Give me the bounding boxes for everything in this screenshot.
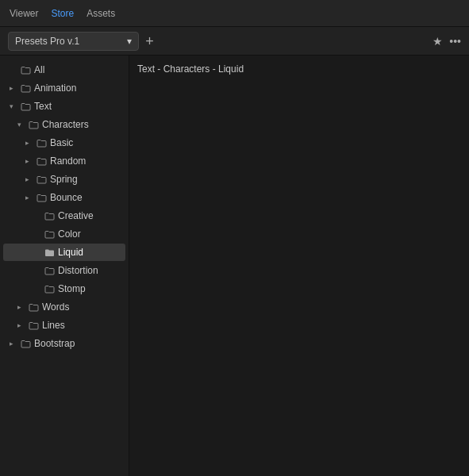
star-button[interactable]: ★ [432,35,443,48]
chevron-down-icon: ▾ [127,36,132,47]
sidebar-item-lines[interactable]: ▸Lines [3,317,125,334]
sidebar-item-bootstrap[interactable]: ▸Bootstrap [3,335,125,352]
more-options-button[interactable]: ••• [449,35,461,48]
folder-icon [44,212,55,221]
tab-assets[interactable]: Assets [86,5,115,22]
sidebar: All▸Animation▾Text▾Characters▸Basic▸Rand… [0,56,129,476]
folder-icon [44,248,55,257]
sidebar-label: Creative [58,210,94,221]
sidebar-item-random[interactable]: ▸Random [3,152,125,170]
chevron-icon: ▸ [17,303,25,311]
sidebar-label: Animation [34,83,76,94]
sidebar-label: All [34,64,44,75]
sidebar-label: Text [34,101,52,112]
main-layout: All▸Animation▾Text▾Characters▸Basic▸Rand… [0,56,469,476]
sidebar-item-creative[interactable]: Creative [3,207,125,225]
chevron-icon: ▸ [25,157,33,165]
sidebar-label: Color [58,228,81,240]
top-bar: Viewer Store Assets [0,0,469,27]
sidebar-item-text[interactable]: ▾Text [3,98,125,115]
sidebar-item-spring[interactable]: ▸Spring [3,171,125,188]
chevron-icon: ▸ [25,194,33,202]
sidebar-label: Bootstrap [34,338,75,349]
sidebar-label: Liquid [58,247,83,258]
chevron-icon: ▾ [17,121,25,129]
chevron-icon: ▸ [10,340,17,347]
folder-icon [29,321,39,330]
tab-viewer[interactable]: Viewer [10,5,38,22]
folder-icon [21,340,31,348]
folder-icon [44,267,55,275]
folder-icon [29,121,39,129]
folder-icon [29,303,39,312]
sidebar-item-all[interactable]: All [3,61,125,79]
chevron-icon: ▾ [10,102,17,110]
chevron-icon: ▸ [25,175,33,183]
sidebar-item-bounce[interactable]: ▸Bounce [3,189,125,206]
sidebar-label: Spring [50,174,78,185]
folder-icon [21,66,31,75]
sidebar-label: Bounce [50,192,83,203]
preset-bar: Presets Pro v.1 ▾ + ★ ••• [0,27,469,56]
sidebar-label: Random [50,155,86,167]
sidebar-label: Distortion [58,265,98,276]
sidebar-item-stomp[interactable]: Stomp [3,280,125,298]
folder-icon [37,139,47,148]
sidebar-label: Characters [42,119,89,130]
chevron-icon: ▸ [17,321,25,329]
sidebar-item-color[interactable]: Color [3,225,125,243]
folder-icon [37,194,47,202]
folder-icon [21,84,31,93]
folder-icon [21,102,31,111]
sidebar-label: Stomp [58,283,86,294]
folder-icon [37,157,47,166]
preset-select-label: Presets Pro v.1 [15,36,79,47]
sidebar-item-basic[interactable]: ▸Basic [3,134,125,152]
sidebar-item-animation[interactable]: ▸Animation [3,79,125,97]
sidebar-label: Words [42,301,69,313]
add-preset-button[interactable]: + [145,34,154,48]
sidebar-item-characters[interactable]: ▾Characters [3,116,125,133]
sidebar-item-liquid[interactable]: Liquid [3,244,125,261]
chevron-icon: ▸ [10,84,17,92]
sidebar-label: Lines [42,320,65,331]
content-area: Text - Characters - Liquid [129,56,469,476]
chevron-icon: ▸ [25,139,33,147]
folder-icon [44,230,55,239]
preset-select[interactable]: Presets Pro v.1 ▾ [8,32,139,51]
folder-icon [37,175,47,184]
sidebar-item-distortion[interactable]: Distortion [3,262,125,279]
sidebar-item-words[interactable]: ▸Words [3,298,125,316]
tab-store[interactable]: Store [51,5,74,22]
sidebar-label: Basic [50,137,73,148]
folder-icon [44,285,55,294]
breadcrumb: Text - Characters - Liquid [137,63,461,75]
